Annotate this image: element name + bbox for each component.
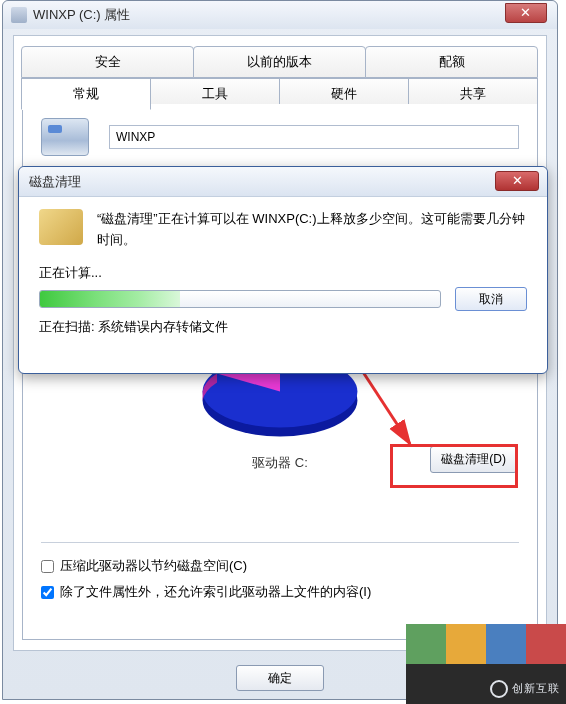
window-close-button[interactable]: ✕ bbox=[505, 3, 547, 23]
watermark-logo-icon bbox=[490, 680, 508, 698]
calculating-label: 正在计算... bbox=[39, 263, 527, 284]
cleanup-progress-fill bbox=[40, 291, 180, 307]
index-label: 除了文件属性外，还允许索引此驱动器上文件的内容(I) bbox=[60, 583, 371, 601]
cleanup-progress-bar bbox=[39, 290, 441, 308]
compress-checkbox[interactable] bbox=[41, 560, 54, 573]
window-title: WINXP (C:) 属性 bbox=[33, 6, 130, 24]
index-checkbox[interactable] bbox=[41, 586, 54, 599]
tab-previous-versions[interactable]: 以前的版本 bbox=[193, 46, 366, 78]
drive-icon bbox=[11, 7, 27, 23]
disk-cleanup-button[interactable]: 磁盘清理(D) bbox=[430, 446, 517, 473]
tab-security[interactable]: 安全 bbox=[21, 46, 194, 78]
ok-button[interactable]: 确定 bbox=[236, 665, 324, 691]
tab-general[interactable]: 常规 bbox=[21, 78, 151, 110]
cleanup-close-button[interactable]: ✕ bbox=[495, 171, 539, 191]
cleanup-brush-icon bbox=[39, 209, 83, 245]
disk-cleanup-dialog: 磁盘清理 ✕ “磁盘清理”正在计算可以在 WINXP(C:)上释放多少空间。这可… bbox=[18, 166, 548, 374]
compress-checkbox-row: 压缩此驱动器以节约磁盘空间(C) bbox=[41, 557, 519, 575]
drive-large-icon bbox=[41, 118, 89, 156]
cleanup-title-text: 磁盘清理 bbox=[29, 173, 81, 191]
tab-strip: 安全 以前的版本 配额 常规 工具 硬件 共享 bbox=[22, 46, 538, 110]
compress-label: 压缩此驱动器以节约磁盘空间(C) bbox=[60, 557, 247, 575]
cleanup-titlebar[interactable]: 磁盘清理 bbox=[19, 167, 547, 197]
cleanup-message: “磁盘清理”正在计算可以在 WINXP(C:)上释放多少空间。这可能需要几分钟时… bbox=[97, 209, 527, 251]
cleanup-cancel-button[interactable]: 取消 bbox=[455, 287, 527, 311]
scanning-label: 正在扫描: 系统错误内存转储文件 bbox=[39, 317, 527, 338]
tab-quota[interactable]: 配额 bbox=[365, 46, 538, 78]
index-checkbox-row: 除了文件属性外，还允许索引此驱动器上文件的内容(I) bbox=[41, 583, 519, 601]
drive-name-input[interactable] bbox=[109, 125, 519, 149]
window-titlebar[interactable]: WINXP (C:) 属性 bbox=[3, 1, 557, 29]
image-watermark-text: 创新互联 bbox=[490, 680, 560, 698]
